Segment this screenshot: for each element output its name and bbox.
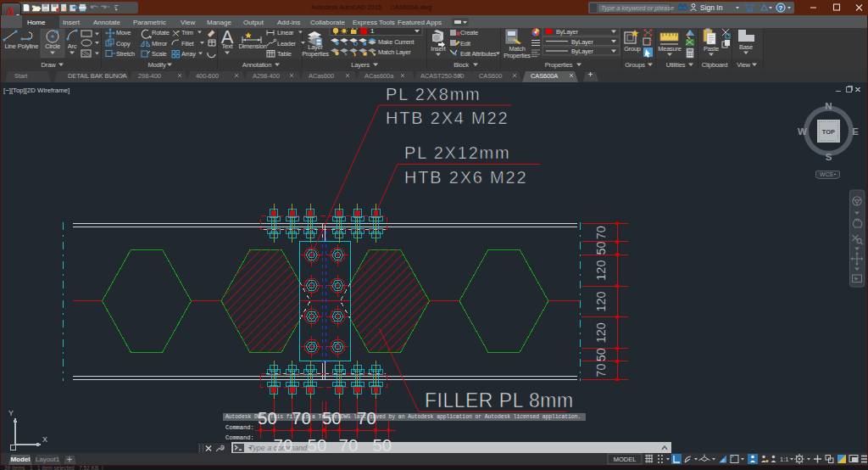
svg-text:70: 70 <box>274 435 293 455</box>
svg-text:70: 70 <box>339 435 359 455</box>
svg-text:50: 50 <box>372 435 392 455</box>
svg-text:1:1: 1:1 <box>780 456 788 463</box>
svg-text:50: 50 <box>308 435 327 455</box>
svg-text:50: 50 <box>258 408 277 428</box>
svg-text:50: 50 <box>322 408 342 428</box>
svg-text:Layout1: Layout1 <box>36 456 60 463</box>
svg-text:Model: Model <box>10 456 30 463</box>
svg-text:MODEL: MODEL <box>614 456 637 463</box>
svg-text:70: 70 <box>292 408 311 428</box>
svg-text:70: 70 <box>357 408 376 428</box>
